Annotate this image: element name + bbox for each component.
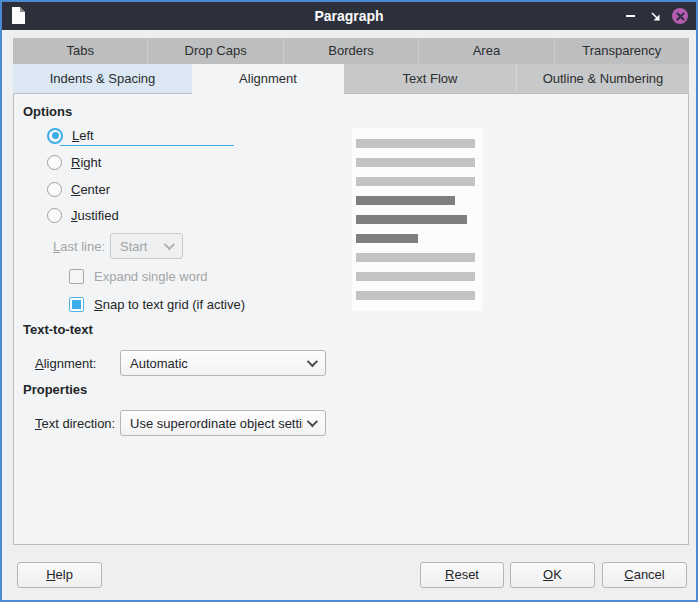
tab-row-1: Tabs Drop Caps Borders Area Transparency [13,38,689,64]
preview-bar [356,234,418,243]
radio-center-label: Center [71,182,110,197]
minimize-button[interactable] [622,8,638,24]
radio-right-label: Right [71,155,101,170]
tab-alignment[interactable]: Alignment [192,64,344,94]
close-button[interactable] [672,8,688,24]
help-button[interactable]: Help [17,562,102,588]
preview-bar [356,139,475,148]
preview-bar [356,291,475,300]
tab-tabs[interactable]: Tabs [13,38,148,64]
titlebar: Paragraph [2,2,696,30]
alignment-value: Automatic [121,356,303,371]
alignment-label: Alignment: [35,356,96,371]
radio-left[interactable]: Left [47,127,94,144]
window-controls [622,2,688,30]
cancel-button[interactable]: Cancel [602,562,687,588]
radio-center[interactable]: Center [47,181,110,198]
snap-to-grid-checkbox [69,297,84,312]
alignment-dropdown[interactable]: Automatic [120,350,326,376]
chevron-down-icon [164,239,175,250]
text-to-text-heading: Text-to-text [23,322,93,337]
last-line-value: Start [111,239,160,254]
restore-button[interactable] [647,8,663,24]
expand-single-word-checkbox [69,269,84,284]
last-line-label: Last line: [53,239,105,254]
ok-button[interactable]: OK [510,562,595,588]
expand-single-word-label: Expand single word [94,269,207,284]
restore-icon [649,10,662,23]
alignment-tab-page: Options Left Right Center Justified Last… [13,93,689,545]
text-direction-value: Use superordinate object settings [121,416,303,431]
properties-heading: Properties [23,382,87,397]
radio-left-button [47,128,63,144]
window-title: Paragraph [2,8,696,24]
preview-bar [356,272,475,281]
text-direction-dropdown[interactable]: Use superordinate object settings [120,410,326,436]
last-line-dropdown[interactable]: Start [110,233,183,259]
preview-pane [352,128,483,311]
reset-button[interactable]: Reset [420,562,504,588]
radio-justified-label: Justified [71,208,119,223]
preview-bar [356,158,475,167]
radio-justified-button [47,208,62,223]
expand-single-word-checkbox-row[interactable]: Expand single word [69,268,207,284]
chevron-down-icon [307,416,318,427]
radio-center-button [47,182,62,197]
minimize-icon [626,15,635,17]
tab-area[interactable]: Area [419,38,554,64]
paragraph-dialog: Paragraph Tabs Drop Caps Borders Are [0,0,698,602]
preview-bar [356,196,455,205]
preview-bar [356,177,475,186]
focus-underline [60,145,234,146]
tab-drop-caps[interactable]: Drop Caps [148,38,283,64]
close-icon [672,8,688,24]
radio-left-label: Left [72,128,94,143]
chevron-down-icon [307,356,318,367]
text-direction-label: Text direction: [35,416,115,431]
preview-bar [356,253,475,262]
tab-text-flow[interactable]: Text Flow [344,64,516,93]
radio-right-button [47,155,62,170]
snap-to-grid-checkbox-row[interactable]: Snap to text grid (if active) [69,296,245,312]
options-heading: Options [23,104,72,119]
tab-transparency[interactable]: Transparency [555,38,689,64]
tab-indents-spacing[interactable]: Indents & Spacing [13,64,192,93]
tab-borders[interactable]: Borders [284,38,419,64]
tab-outline-numbering[interactable]: Outline & Numbering [516,64,689,93]
radio-right[interactable]: Right [47,154,101,171]
preview-bar [356,215,467,224]
radio-justified[interactable]: Justified [47,207,119,224]
snap-to-grid-label: Snap to text grid (if active) [94,297,245,312]
